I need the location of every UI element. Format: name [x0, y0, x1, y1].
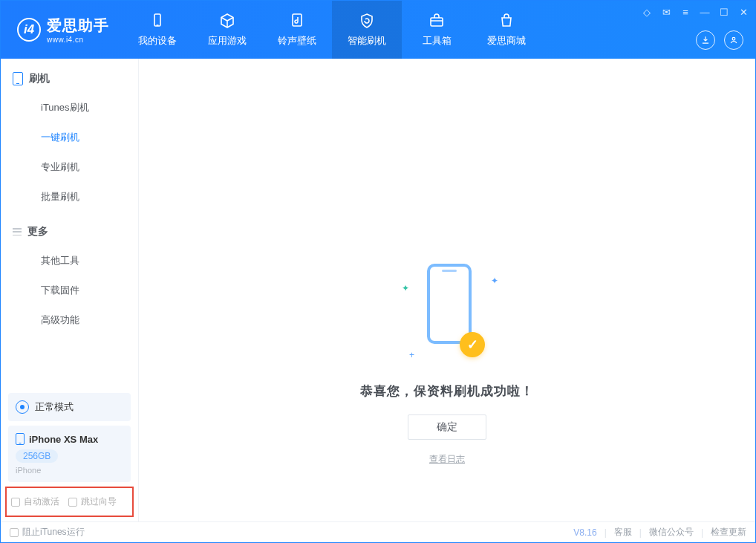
toolbox-icon — [428, 12, 446, 30]
sidebar-item-other-tools[interactable]: 其他工具 — [1, 246, 138, 276]
mode-panel[interactable]: 正常模式 — [8, 393, 131, 421]
tab-label: 工具箱 — [423, 34, 452, 48]
sidebar-item-download-firmware[interactable]: 下载固件 — [1, 276, 138, 305]
group-title-label: 更多 — [27, 225, 48, 238]
content-area: ✓ ✦ ✦ + 恭喜您，保资料刷机成功啦！ 确定 查看日志 — [139, 59, 755, 521]
device-name: iPhone XS Max — [29, 434, 98, 445]
tab-label: 我的设备 — [138, 34, 177, 48]
user-icon — [729, 35, 739, 45]
mode-label: 正常模式 — [35, 400, 74, 414]
svg-point-4 — [732, 37, 735, 40]
download-button[interactable] — [696, 30, 715, 50]
svg-rect-3 — [431, 18, 443, 26]
group-title-label: 刷机 — [29, 72, 50, 85]
header: i4 爱思助手 www.i4.cn 我的设备 应用游戏 铃声壁纸 智能刷机 工具… — [1, 1, 755, 59]
checkbox-label: 阻止iTunes运行 — [22, 526, 85, 539]
top-tabs: 我的设备 应用游戏 铃声壁纸 智能刷机 工具箱 爱思商城 — [123, 1, 541, 59]
tab-label: 爱思商城 — [487, 34, 526, 48]
sidebar-group-more: 更多 — [1, 212, 138, 246]
logo-icon: i4 — [17, 18, 41, 42]
tab-my-device[interactable]: 我的设备 — [123, 1, 192, 59]
options-row-highlighted: 自动激活 跳过向导 — [5, 487, 134, 517]
user-button[interactable] — [724, 30, 743, 50]
download-icon — [700, 35, 711, 45]
footer-link-update[interactable]: 检查更新 — [711, 526, 746, 539]
shield-refresh-icon — [358, 12, 376, 30]
ok-button[interactable]: 确定 — [408, 414, 486, 440]
tab-apps[interactable]: 应用游戏 — [192, 1, 262, 59]
checkbox-auto-activate[interactable]: 自动激活 — [11, 495, 59, 508]
checkbox-label: 自动激活 — [24, 495, 59, 508]
check-badge-icon: ✓ — [460, 332, 485, 357]
checkbox-icon — [11, 498, 20, 507]
tab-label: 应用游戏 — [208, 34, 247, 48]
checkbox-label: 跳过向导 — [81, 495, 117, 508]
device-storage-pill: 256GB — [16, 449, 58, 463]
window-controls: ◇ ✉ ≡ — ☐ ✕ — [641, 7, 749, 18]
device-icon — [149, 12, 166, 30]
device-phone-icon — [16, 433, 25, 445]
hamburger-icon — [13, 228, 22, 235]
device-type: iPhone — [16, 466, 123, 475]
sidebar-item-itunes-flash[interactable]: iTunes刷机 — [1, 93, 138, 123]
menu-icon[interactable]: ≡ — [680, 7, 691, 18]
separator: | — [639, 527, 642, 538]
tab-store[interactable]: 爱思商城 — [472, 1, 541, 59]
checkbox-skip-guide[interactable]: 跳过向导 — [68, 495, 117, 508]
success-message: 恭喜您，保资料刷机成功啦！ — [360, 383, 534, 400]
bag-icon — [498, 12, 515, 30]
header-right-actions — [696, 30, 743, 50]
separator: | — [605, 527, 607, 538]
separator: | — [701, 527, 703, 538]
feedback-icon[interactable]: ✉ — [660, 7, 672, 18]
view-log-link[interactable]: 查看日志 — [429, 453, 465, 466]
sidebar-item-batch-flash[interactable]: 批量刷机 — [1, 182, 138, 212]
success-panel: ✓ ✦ ✦ + 恭喜您，保资料刷机成功啦！ 确定 查看日志 — [360, 259, 534, 466]
maximize-button[interactable]: ☐ — [718, 7, 730, 18]
mode-indicator-icon — [16, 400, 29, 414]
checkbox-icon — [68, 498, 77, 507]
sidebar-item-advanced[interactable]: 高级功能 — [1, 305, 138, 335]
checkbox-block-itunes[interactable]: 阻止iTunes运行 — [10, 526, 85, 539]
connected-device-panel[interactable]: iPhone XS Max 256GB iPhone — [8, 426, 131, 482]
app-logo: i4 爱思助手 www.i4.cn — [1, 16, 123, 44]
checkbox-icon — [10, 528, 19, 537]
cube-icon — [218, 12, 236, 30]
tshirt-icon[interactable]: ◇ — [641, 7, 653, 18]
success-illustration: ✓ ✦ ✦ + — [414, 259, 480, 363]
sparkle-icon: ✦ — [402, 283, 409, 293]
tab-label: 铃声壁纸 — [278, 34, 316, 48]
footer-link-wechat[interactable]: 微信公众号 — [649, 526, 694, 539]
sidebar-group-flash: 刷机 — [1, 59, 138, 93]
sparkle-icon: + — [409, 350, 414, 360]
sparkle-icon: ✦ — [491, 276, 498, 286]
footer: 阻止iTunes运行 V8.16 | 客服 | 微信公众号 | 检查更新 — [1, 521, 755, 542]
app-title: 爱思助手 — [47, 16, 109, 36]
music-file-icon — [288, 12, 306, 30]
tab-toolbox[interactable]: 工具箱 — [402, 1, 472, 59]
close-button[interactable]: ✕ — [737, 7, 749, 18]
app-subtitle: www.i4.cn — [47, 36, 109, 44]
footer-link-support[interactable]: 客服 — [614, 526, 632, 539]
phone-outline-icon — [13, 72, 23, 85]
sidebar: 刷机 iTunes刷机 一键刷机 专业刷机 批量刷机 更多 其他工具 下载固件 … — [1, 59, 139, 521]
tab-label: 智能刷机 — [348, 34, 386, 48]
minimize-button[interactable]: — — [699, 7, 711, 18]
tab-smart-flash[interactable]: 智能刷机 — [332, 1, 402, 59]
version-label: V8.16 — [573, 527, 596, 538]
main: 刷机 iTunes刷机 一键刷机 专业刷机 批量刷机 更多 其他工具 下载固件 … — [1, 59, 755, 521]
sidebar-item-pro-flash[interactable]: 专业刷机 — [1, 152, 138, 182]
tab-ringtones[interactable]: 铃声壁纸 — [262, 1, 332, 59]
sidebar-item-one-click-flash[interactable]: 一键刷机 — [1, 123, 138, 152]
svg-rect-0 — [154, 14, 160, 26]
